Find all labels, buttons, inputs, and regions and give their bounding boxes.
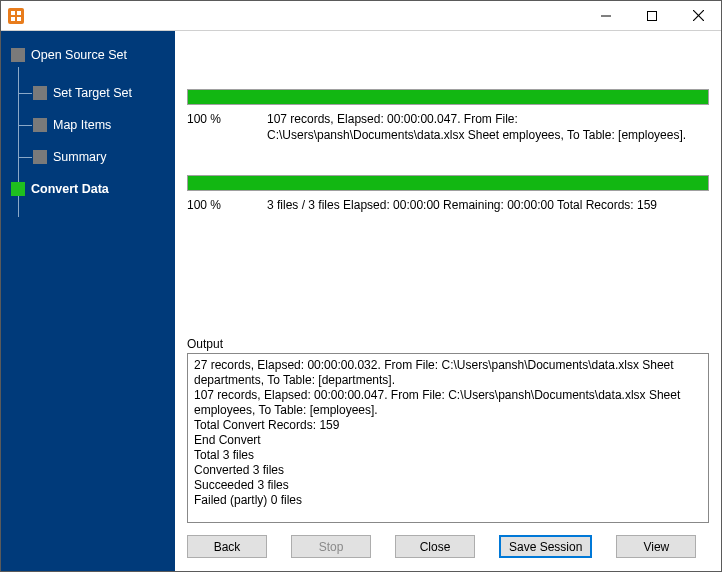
tree-connector-h (18, 157, 32, 158)
svg-rect-3 (11, 17, 15, 21)
output-line: Converted 3 files (194, 463, 702, 478)
tree-box-icon (11, 182, 25, 196)
close-wizard-button[interactable]: Close (395, 535, 475, 558)
nav-label: Convert Data (31, 182, 109, 196)
file-progress-line2: C:\Users\pansh\Documents\data.xlsx Sheet… (267, 127, 709, 143)
svg-rect-4 (17, 17, 21, 21)
spacer (187, 143, 709, 175)
back-button[interactable]: Back (187, 535, 267, 558)
stop-button[interactable]: Stop (291, 535, 371, 558)
svg-rect-0 (8, 8, 24, 24)
total-progress-fill (188, 176, 708, 190)
file-progress-section: 100 % 107 records, Elapsed: 00:00:00.047… (187, 89, 709, 143)
tree-connector-h (18, 125, 32, 126)
nav-label: Map Items (53, 118, 111, 132)
output-line: Failed (partly) 0 files (194, 493, 702, 508)
body: Open Source Set Set Target Set Map Items… (1, 31, 721, 571)
file-progress-line1: 107 records, Elapsed: 00:00:00.047. From… (267, 111, 709, 127)
tree-box-icon (33, 118, 47, 132)
tree-box-icon (11, 48, 25, 62)
nav-label: Set Target Set (53, 86, 132, 100)
app-window: Open Source Set Set Target Set Map Items… (0, 0, 722, 572)
main-panel: 100 % 107 records, Elapsed: 00:00:00.047… (175, 31, 721, 571)
total-progress-text: 100 % 3 files / 3 files Elapsed: 00:00:0… (187, 197, 709, 213)
total-progress-section: 100 % 3 files / 3 files Elapsed: 00:00:0… (187, 175, 709, 213)
nav-item-map-items[interactable]: Map Items (33, 111, 175, 139)
view-button[interactable]: View (616, 535, 696, 558)
close-button[interactable] (675, 1, 721, 30)
total-progress-info: 3 files / 3 files Elapsed: 00:00:00 Rema… (267, 197, 709, 213)
nav-item-summary[interactable]: Summary (33, 143, 175, 171)
sidebar: Open Source Set Set Target Set Map Items… (1, 31, 175, 571)
titlebar-left (1, 7, 31, 25)
total-progress-bar (187, 175, 709, 191)
output-line: 27 records, Elapsed: 00:00:00.032. From … (194, 358, 702, 388)
output-line: Total Convert Records: 159 (194, 418, 702, 433)
tree-connector-h (18, 93, 32, 94)
save-session-button[interactable]: Save Session (499, 535, 592, 558)
tree-box-icon (33, 86, 47, 100)
nav-label: Open Source Set (31, 48, 127, 62)
button-bar: Back Stop Close Save Session View (175, 531, 721, 571)
file-progress-percent: 100 % (187, 111, 267, 143)
tree-box-icon (33, 150, 47, 164)
file-progress-text: 100 % 107 records, Elapsed: 00:00:00.047… (187, 111, 709, 143)
nav-tree: Open Source Set Set Target Set Map Items… (1, 41, 175, 203)
file-progress-fill (188, 90, 708, 104)
nav-item-open-source-set[interactable]: Open Source Set (11, 41, 175, 69)
total-progress-percent: 100 % (187, 197, 267, 213)
output-line: End Convert (194, 433, 702, 448)
file-progress-bar (187, 89, 709, 105)
nav-label: Summary (53, 150, 106, 164)
content-area: 100 % 107 records, Elapsed: 00:00:00.047… (175, 31, 721, 531)
minimize-button[interactable] (583, 1, 629, 30)
nav-item-convert-data[interactable]: Convert Data (11, 175, 175, 203)
nav-item-set-target-set[interactable]: Set Target Set (33, 79, 175, 107)
output-log[interactable]: 27 records, Elapsed: 00:00:00.032. From … (187, 353, 709, 523)
svg-rect-6 (648, 11, 657, 20)
svg-rect-2 (17, 11, 21, 15)
output-line: 107 records, Elapsed: 00:00:00.047. From… (194, 388, 702, 418)
titlebar (1, 1, 721, 31)
svg-rect-1 (11, 11, 15, 15)
file-progress-info: 107 records, Elapsed: 00:00:00.047. From… (267, 111, 709, 143)
output-label: Output (187, 337, 709, 351)
output-line: Succeeded 3 files (194, 478, 702, 493)
output-line: Total 3 files (194, 448, 702, 463)
app-icon (7, 7, 25, 25)
window-controls (583, 1, 721, 30)
maximize-button[interactable] (629, 1, 675, 30)
